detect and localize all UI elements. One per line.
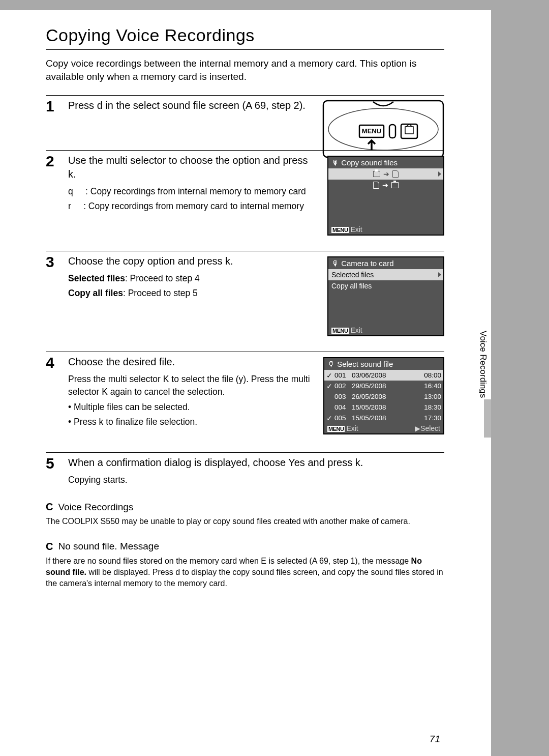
svg-text:MENU: MENU (362, 127, 381, 135)
note-title: Voice Recordings (58, 502, 133, 513)
bullet-item: Multiple files can be selected. (68, 401, 317, 414)
intro-text: Copy voice recordings between the intern… (46, 57, 444, 83)
side-tab: Voice Recordings (475, 326, 491, 443)
svg-rect-5 (401, 124, 417, 138)
step-number: 5 (46, 456, 61, 471)
copy-direction-option: ➔ (328, 168, 443, 180)
step-5: 5 When a confirmation dialog is displaye… (46, 452, 444, 488)
step-number: 4 (46, 355, 61, 370)
step-heading: Press d in the select sound file screen … (68, 99, 317, 112)
note-voice-recordings: C Voice Recordings The COOLPIX S550 may … (46, 501, 444, 527)
copy-direction-option: ➔ (328, 180, 443, 191)
screen-camera-to-card: 🎙 Camera to card Selected files Copy all… (327, 256, 444, 336)
screen-title: 🎙 Select sound file (324, 358, 443, 370)
note-icon: C (46, 541, 53, 553)
step-heading: Choose the desired file. (68, 355, 317, 369)
step-heading: Use the multi selector to choose the opt… (68, 154, 317, 181)
step-1: 1 Press d in the select sound file scree… (46, 95, 444, 141)
step-description: q : Copy recordings from internal memory… (68, 185, 317, 212)
step-number: 1 (46, 99, 61, 114)
step-3: 3 Choose the copy option and press k. Se… (46, 251, 444, 342)
step-heading: Choose the copy option and press k. (68, 254, 317, 268)
file-row: ✓00103/06/200808:00 (324, 370, 443, 381)
step-heading: When a confirmation dialog is displayed,… (68, 456, 444, 470)
file-row: ✓00229/05/200816:40 (324, 381, 443, 391)
note-body: The COOLPIX S550 may be unable to play o… (46, 516, 444, 527)
file-row: 00326/05/200813:00 (324, 391, 443, 402)
option-copy-all-files: Copy all files (328, 280, 443, 292)
page-number: 71 (430, 734, 440, 745)
menu-exit: MENUExit (331, 326, 362, 334)
step-2: 2 Use the multi selector to choose the o… (46, 150, 444, 242)
page-title: Copying Voice Recordings (46, 25, 444, 50)
step-4: 4 Choose the desired file. Press the mul… (46, 352, 444, 443)
note-icon: C (46, 501, 53, 513)
side-tab-label: Voice Recordings (478, 326, 488, 398)
note-no-sound-file: C No sound file. Message If there are no… (46, 541, 444, 590)
step-description: Copying starts. (68, 474, 444, 486)
svg-rect-4 (389, 125, 395, 138)
side-tab-indicator (484, 399, 491, 438)
note-title: No sound file. Message (58, 541, 159, 552)
note-body: If there are no sound files stored on th… (46, 556, 444, 590)
screen-copy-sound-files: 🎙 Copy sound files ➔ ➔ MENUExit (327, 156, 444, 236)
bullet-item: Press k to finalize file selection. (68, 416, 317, 428)
camera-diagram: MENU (322, 100, 444, 158)
screen-title: 🎙 Copy sound files (328, 157, 443, 168)
step-description: Press the multi selector K to select the… (68, 373, 317, 428)
step-number: 2 (46, 154, 61, 169)
menu-exit: MENUExit (331, 225, 362, 234)
select-action: ▶Select (415, 424, 440, 432)
screen-select-sound-file: 🎙 Select sound file ✓00103/06/200808:00 … (323, 357, 444, 434)
menu-exit: MENUExit (327, 424, 358, 432)
option-selected-files: Selected files (328, 269, 443, 280)
file-row: ✓00515/05/200817:30 (324, 413, 443, 423)
step-number: 3 (46, 254, 61, 270)
screen-title: 🎙 Camera to card (328, 257, 443, 269)
step-description: Selected files: Proceed to step 4 Copy a… (68, 272, 317, 299)
file-row: 00415/05/200818:30 (324, 402, 443, 413)
